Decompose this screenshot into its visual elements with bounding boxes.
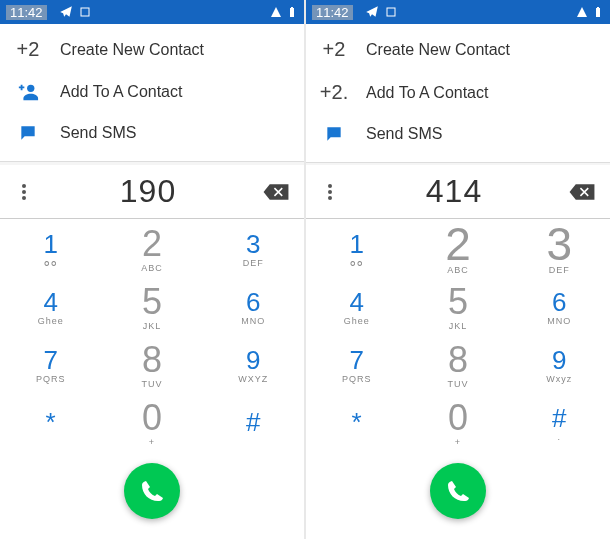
status-bar: 11:42: [0, 0, 304, 24]
add-contact-label: Add To A Contact: [60, 83, 182, 101]
key-star[interactable]: *: [306, 393, 407, 451]
key-7[interactable]: 7PQRS: [306, 335, 407, 393]
call-button[interactable]: [124, 463, 180, 519]
create-contact-label: Create New Contact: [366, 41, 510, 59]
key-6[interactable]: 6MNO: [203, 277, 304, 335]
person-add-icon: [16, 81, 40, 103]
dialed-number: 414: [342, 173, 566, 210]
sms-icon: [322, 124, 346, 144]
key-star[interactable]: *: [0, 393, 101, 451]
key-9[interactable]: 9WXYZ: [203, 335, 304, 393]
number-row: 190: [0, 165, 304, 219]
create-contact-row[interactable]: +2 Create New Contact: [306, 28, 610, 71]
dialed-number: 190: [36, 173, 260, 210]
phone-icon: [140, 479, 164, 503]
sms-label: Send SMS: [366, 125, 442, 143]
key-8[interactable]: 8TUV: [407, 335, 508, 393]
add-contact-row[interactable]: +2. Add To A Contact: [306, 71, 610, 114]
key-2[interactable]: 2ABC: [101, 219, 202, 277]
call-row: [0, 451, 304, 539]
key-4[interactable]: 4Ghee: [306, 277, 407, 335]
phone-right: 11:42 +2 Create New Contact +2. Add To A…: [306, 0, 610, 539]
square-icon: [385, 6, 397, 18]
svg-rect-1: [290, 8, 294, 17]
create-prefix: +2: [322, 38, 346, 61]
phone-left: 11:42 +2 Create New Contact Add To A Con…: [0, 0, 304, 539]
signal-icon: [576, 6, 588, 18]
sms-label: Send SMS: [60, 124, 136, 142]
svg-rect-4: [387, 8, 395, 16]
square-icon: [79, 6, 91, 18]
status-time: 11:42: [312, 5, 353, 20]
key-hash[interactable]: #.: [509, 393, 610, 451]
key-9[interactable]: 9Wxyz: [509, 335, 610, 393]
svg-rect-6: [597, 7, 599, 8]
key-1[interactable]: 1ᴏᴏ: [306, 219, 407, 277]
key-2[interactable]: 2ABC: [407, 219, 508, 277]
backspace-button[interactable]: [566, 180, 598, 204]
send-sms-row[interactable]: Send SMS: [306, 114, 610, 154]
key-0[interactable]: 0+: [101, 393, 202, 451]
overflow-menu-icon[interactable]: [12, 184, 36, 200]
overflow-menu-icon[interactable]: [318, 184, 342, 200]
key-hash[interactable]: #: [203, 393, 304, 451]
battery-icon: [286, 6, 298, 18]
key-5[interactable]: 5JKL: [101, 277, 202, 335]
contact-actions: +2 Create New Contact Add To A Contact S…: [0, 24, 304, 162]
status-time: 11:42: [6, 5, 47, 20]
telegram-icon: [59, 5, 73, 19]
svg-rect-2: [291, 7, 293, 8]
battery-icon: [592, 6, 604, 18]
call-row: [306, 451, 610, 539]
svg-rect-5: [596, 8, 600, 17]
add-contact-row[interactable]: Add To A Contact: [0, 71, 304, 113]
add-contact-label: Add To A Contact: [366, 84, 488, 102]
backspace-button[interactable]: [260, 180, 292, 204]
call-button[interactable]: [430, 463, 486, 519]
svg-point-3: [27, 85, 34, 92]
key-6[interactable]: 6MNO: [509, 277, 610, 335]
svg-rect-0: [81, 8, 89, 16]
key-0[interactable]: 0+: [407, 393, 508, 451]
phone-icon: [446, 479, 470, 503]
key-3[interactable]: 3DEF: [509, 219, 610, 277]
signal-icon: [270, 6, 282, 18]
telegram-icon: [365, 5, 379, 19]
keypad: 1ᴏᴏ 2ABC 3DEF 4Ghee 5JKL 6MNO 7PQRS 8TUV…: [0, 219, 304, 451]
create-contact-row[interactable]: +2 Create New Contact: [0, 28, 304, 71]
key-1[interactable]: 1ᴏᴏ: [0, 219, 101, 277]
sms-icon: [16, 123, 40, 143]
key-7[interactable]: 7PQRS: [0, 335, 101, 393]
key-4[interactable]: 4Ghee: [0, 277, 101, 335]
keypad: 1ᴏᴏ 2ABC 3DEF 4Ghee 5JKL 6MNO 7PQRS 8TUV…: [306, 219, 610, 451]
add-prefix: +2.: [322, 81, 346, 104]
create-contact-label: Create New Contact: [60, 41, 204, 59]
create-prefix: +2: [16, 38, 40, 61]
status-bar: 11:42: [306, 0, 610, 24]
key-3[interactable]: 3DEF: [203, 219, 304, 277]
number-row: 414: [306, 165, 610, 219]
key-5[interactable]: 5JKL: [407, 277, 508, 335]
contact-actions: +2 Create New Contact +2. Add To A Conta…: [306, 24, 610, 163]
key-8[interactable]: 8TUV: [101, 335, 202, 393]
send-sms-row[interactable]: Send SMS: [0, 113, 304, 153]
